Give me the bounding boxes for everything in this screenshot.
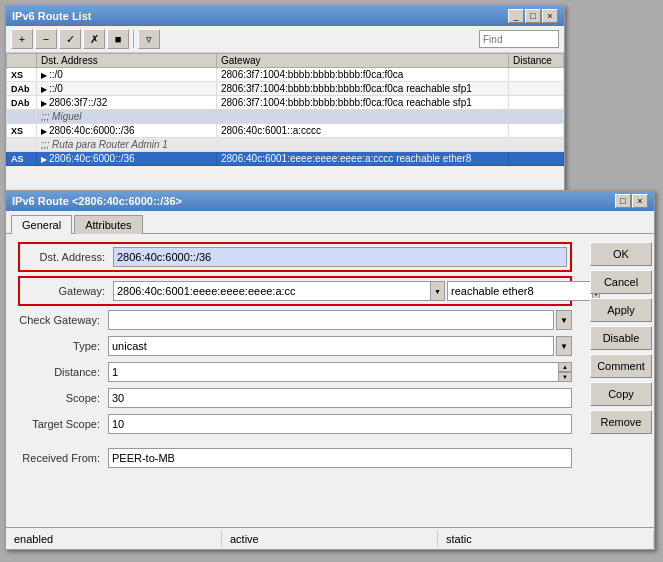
table-row[interactable]: ;;; Miguel xyxy=(7,110,564,124)
target-scope-input[interactable] xyxy=(108,414,572,434)
status-static: static xyxy=(438,531,654,547)
status-active: active xyxy=(222,531,438,547)
dst-address-row: Dst. Address: xyxy=(18,242,572,272)
route-detail-title: IPv6 Route <2806:40c:6000::/36> xyxy=(12,195,182,207)
gw-main: ▼ xyxy=(113,281,445,301)
received-from-label: Received From: xyxy=(18,452,108,464)
route-list-title: IPv6 Route List xyxy=(12,10,91,22)
check-gateway-row: Check Gateway: ▼ xyxy=(18,310,572,330)
col-header-dst[interactable]: Dst. Address xyxy=(37,54,217,68)
target-scope-label: Target Scope: xyxy=(18,418,108,430)
table-row[interactable]: XS ▶2806:40c:6000::/36 2806:40c:6001::a:… xyxy=(7,124,564,138)
gateway-label: Gateway: xyxy=(23,285,113,297)
gateway-input-group: ▼ ▲▼ xyxy=(113,281,567,301)
scope-label: Scope: xyxy=(18,392,108,404)
detail-content: Dst. Address: Gateway: ▼ ▲▼ xyxy=(6,234,654,537)
status-bar: enabled active static xyxy=(6,527,654,549)
route-list-window-controls: _ □ × xyxy=(508,9,558,23)
distance-spinbox-btns: ▲ ▼ xyxy=(558,362,572,382)
gateway-row: Gateway: ▼ ▲▼ xyxy=(18,276,572,306)
dst-address-input[interactable] xyxy=(113,247,567,267)
route-table: Dst. Address Gateway Distance XS ▶::/0 2… xyxy=(6,53,564,166)
square-button[interactable]: ■ xyxy=(107,29,129,49)
check-button[interactable]: ✓ xyxy=(59,29,81,49)
copy-button[interactable]: Copy xyxy=(590,382,652,406)
comment-button[interactable]: Comment xyxy=(590,354,652,378)
check-gateway-input[interactable] xyxy=(108,310,554,330)
route-detail-window-controls: □ × xyxy=(615,194,648,208)
route-list-toolbar: + − ✓ ✗ ■ ▿ xyxy=(6,26,564,53)
gw-reachable-group: ▲▼ xyxy=(447,281,567,301)
type-row: Type: ▼ xyxy=(18,336,572,356)
distance-up-btn[interactable]: ▲ xyxy=(558,362,572,372)
received-from-row: Received From: xyxy=(18,448,572,468)
tab-general[interactable]: General xyxy=(11,215,72,234)
distance-row: Distance: ▲ ▼ xyxy=(18,362,572,382)
table-row[interactable]: DAb ▶2806:3f7::/32 2806:3f7:1004:bbbb:bb… xyxy=(7,96,564,110)
target-scope-row: Target Scope: xyxy=(18,414,572,434)
toolbar-separator xyxy=(133,30,134,48)
add-button[interactable]: + xyxy=(11,29,33,49)
status-enabled: enabled xyxy=(6,531,222,547)
received-from-input[interactable] xyxy=(108,448,572,468)
tab-attributes[interactable]: Attributes xyxy=(74,215,142,234)
route-list-title-bar: IPv6 Route List _ □ × xyxy=(6,6,564,26)
gateway-reachable-input[interactable] xyxy=(447,281,593,301)
distance-input[interactable] xyxy=(108,362,558,382)
type-input-group: ▼ xyxy=(108,336,572,356)
disable-button[interactable]: Disable xyxy=(590,326,652,350)
dst-address-label: Dst. Address: xyxy=(23,251,113,263)
gateway-dropdown-btn[interactable]: ▼ xyxy=(431,281,445,301)
remove-button[interactable]: Remove xyxy=(590,410,652,434)
find-input[interactable] xyxy=(479,30,559,48)
sidebar-buttons: OK Cancel Apply Disable Comment Copy Rem… xyxy=(584,234,654,537)
check-gateway-input-group: ▼ xyxy=(108,310,572,330)
route-list-window: IPv6 Route List _ □ × + − ✓ ✗ ■ ▿ Dst. A… xyxy=(5,5,565,200)
distance-spinbox: ▲ ▼ xyxy=(108,362,572,382)
table-row[interactable]: DAb ▶::/0 2806:3f7:1004:bbbb:bbbb:bbbb:f… xyxy=(7,82,564,96)
table-row[interactable]: AS ▶2806:40c:6000::/36 2806:40c:6001:eee… xyxy=(7,152,564,166)
detail-minimize-button[interactable]: □ xyxy=(615,194,631,208)
filter-button[interactable]: ▿ xyxy=(138,29,160,49)
col-header-gw[interactable]: Gateway xyxy=(217,54,509,68)
cancel-button[interactable]: Cancel xyxy=(590,270,652,294)
type-label: Type: xyxy=(18,340,108,352)
type-dropdown-btn[interactable]: ▼ xyxy=(556,336,572,356)
scope-input[interactable] xyxy=(108,388,572,408)
form-section: Dst. Address: Gateway: ▼ ▲▼ xyxy=(6,234,584,537)
apply-button[interactable]: Apply xyxy=(590,298,652,322)
gateway-input[interactable] xyxy=(113,281,431,301)
col-header-flag xyxy=(7,54,37,68)
table-row[interactable]: ;;; Ruta para Router Admin 1 xyxy=(7,138,564,152)
scope-row: Scope: xyxy=(18,388,572,408)
ok-button[interactable]: OK xyxy=(590,242,652,266)
distance-down-btn[interactable]: ▼ xyxy=(558,372,572,382)
minimize-button[interactable]: _ xyxy=(508,9,524,23)
close-button[interactable]: × xyxy=(542,9,558,23)
maximize-button[interactable]: □ xyxy=(525,9,541,23)
route-detail-title-bar: IPv6 Route <2806:40c:6000::/36> □ × xyxy=(6,191,654,211)
detail-close-button[interactable]: × xyxy=(632,194,648,208)
check-gateway-label: Check Gateway: xyxy=(18,314,108,326)
type-input[interactable] xyxy=(108,336,554,356)
cross-button[interactable]: ✗ xyxy=(83,29,105,49)
route-detail-window: IPv6 Route <2806:40c:6000::/36> □ × Gene… xyxy=(5,190,655,550)
remove-button[interactable]: − xyxy=(35,29,57,49)
distance-label: Distance: xyxy=(18,366,108,378)
table-row[interactable]: XS ▶::/0 2806:3f7:1004:bbbb:bbbb:bbbb:f0… xyxy=(7,68,564,82)
check-gateway-dropdown-btn[interactable]: ▼ xyxy=(556,310,572,330)
col-header-dist[interactable]: Distance xyxy=(509,54,564,68)
tab-bar: General Attributes xyxy=(6,211,654,234)
